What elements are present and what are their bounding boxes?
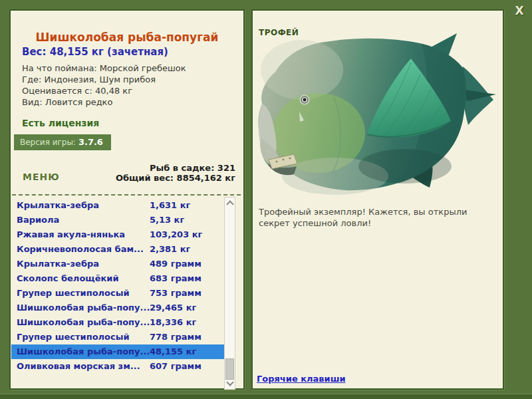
menu-button[interactable]: МЕНЮ [23,172,60,182]
fish-name: Вариола [17,213,150,227]
catch-info-panel: Шишколобая рыба-попугай Вес: 48,155 кг (… [9,9,245,390]
fish-weight: 1,631 кг [150,198,190,213]
list-item[interactable]: Ржавая акула-нянька103,203 кг [11,227,224,242]
fish-info-block: На что поймана: Морской гребешок Где: Ин… [22,63,186,108]
fish-weight: 48,155 кг [150,344,196,359]
window-bottom-frame [0,394,532,399]
fish-name: Шишколобая рыба-попу... [17,344,150,359]
list-item[interactable]: Вариола5,13 кг [11,213,224,227]
fish-name: Крылатка-зебра [17,198,150,213]
fish-weight: 607 грамм [150,359,201,374]
info-kind: Вид: Ловится редко [22,96,186,108]
fish-weight: 683 грамм [150,271,201,286]
trophy-panel: ТРОФЕЙ [251,9,504,390]
version-label: Версия игры: [20,138,76,147]
fish-name: Шишколобая рыба-попу... [17,301,150,315]
list-item[interactable]: Крылатка-зебра489 грамм [11,257,224,271]
fish-weight: 489 грамм [150,257,201,271]
list-item[interactable]: Шишколобая рыба-попу...18,336 кг [11,315,224,330]
fish-name: Ржавая акула-нянька [17,227,150,242]
trophy-fish-image [255,33,501,200]
hotkeys-link[interactable]: Горячие клавиши [257,374,346,384]
basket-count: Рыб в садке: 321 [116,163,235,173]
license-status: Есть лицензия [22,118,99,128]
basket-weight: Общий вес: 8854,162 кг [116,173,235,183]
fish-weight: 753 грамм [150,286,201,301]
fish-title: Шишколобая рыба-попугай [11,31,243,44]
list-item[interactable]: Сколопс белощёкий683 грамм [11,271,224,286]
scrollbar-thumb[interactable] [225,358,234,380]
info-rated: Оценивается с: 40,48 кг [22,85,186,96]
fish-name: Коричневополосая бам... [17,242,150,257]
fish-name: Групер шестиполосый [17,330,150,344]
fish-weight-line: Вес: 48,155 кг (зачетная) [22,46,168,58]
game-version-badge: Версия игры:3.7.6 [14,134,111,150]
list-item[interactable]: Коричневополосая бам...2,381 кг [11,242,224,257]
fish-name: Крылатка-зебра [17,257,150,271]
list-scrollbar[interactable] [224,197,235,390]
fish-name: Сколопс белощёкий [17,271,150,286]
list-item[interactable]: Групер шестиполосый778 грамм [11,330,224,344]
list-item[interactable]: Крылатка-зебра1,631 кг [11,198,224,213]
fish-weight: 103,203 кг [150,227,202,242]
fish-weight: 18,336 кг [150,315,196,330]
fish-weight: 29,465 кг [150,301,196,315]
basket-summary: Рыб в садке: 321 Общий вес: 8854,162 кг [116,163,235,183]
close-button[interactable]: X [511,3,528,19]
dashed-separator [12,194,241,196]
fish-weight: 5,13 кг [150,213,184,227]
version-value: 3.7.6 [78,137,103,147]
fish-name: Оливковая морская зм... [17,359,150,374]
fish-name: Шишколобая рыба-попу... [17,315,150,330]
info-bait: На что поймана: Морской гребешок [22,63,186,74]
caught-fish-list: Крылатка-зебра1,631 кг Вариола5,13 кг Рж… [11,198,224,374]
info-place: Где: Индонезия, Шум прибоя [22,74,186,85]
fish-weight: 2,381 кг [150,242,190,257]
list-item-selected[interactable]: Шишколобая рыба-попу...48,155 кг [11,344,224,359]
fish-weight: 778 грамм [150,330,201,344]
list-item[interactable]: Групер шестиполосый753 грамм [11,286,224,301]
fish-name: Групер шестиполосый [17,286,150,301]
trophy-message: Трофейный экземпляр! Кажется, вы открыли… [259,206,493,229]
scroll-down-icon[interactable] [226,378,233,386]
scroll-up-icon[interactable] [226,200,233,207]
list-item[interactable]: Оливковая морская зм...607 грамм [11,359,224,374]
list-item[interactable]: Шишколобая рыба-попу...29,465 кг [11,301,224,315]
